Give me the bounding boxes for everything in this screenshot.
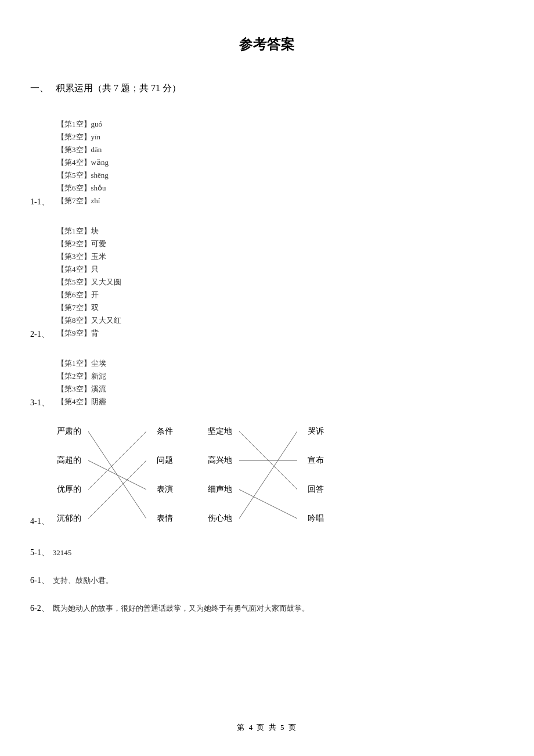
question-number: 1-1、 <box>30 197 49 207</box>
match-right-item: 条件 <box>157 426 173 437</box>
matching-lines-icon <box>239 426 297 524</box>
answer-item: 【第5空】shēng <box>57 169 504 182</box>
match-left-item: 严肃的 <box>57 426 81 437</box>
answer-text: 既为她动人的故事，很好的普通话鼓掌，又为她终于有勇气面对大家而鼓掌。 <box>53 603 309 614</box>
match-left-item: 细声地 <box>208 484 232 495</box>
answer-text: 支持、鼓励小君。 <box>53 575 113 586</box>
answer-item: 【第4空】阴霾 <box>57 395 504 408</box>
svg-line-3 <box>88 460 146 519</box>
question-number: 6-2、 <box>30 603 49 614</box>
svg-line-7 <box>239 431 297 519</box>
answer-item: 【第9空】背 <box>57 327 504 340</box>
matching-lines-icon <box>88 426 146 524</box>
page-footer: 第 4 页 共 5 页 <box>0 722 534 733</box>
match-right-item: 表演 <box>157 484 173 495</box>
answer-item: 【第8空】又大又红 <box>57 314 504 327</box>
match-right-item: 表情 <box>157 513 173 524</box>
question-number: 2-1、 <box>30 329 49 340</box>
question-number: 6-1、 <box>30 575 49 586</box>
answer-item: 【第6空】开 <box>57 289 504 301</box>
question-number: 5-1、 <box>30 548 49 558</box>
answer-item: 【第2空】可爱 <box>57 237 504 250</box>
question-5: 5-1、 32145 <box>30 548 504 558</box>
match-right-item: 问题 <box>157 455 173 466</box>
section-header: 一、 积累运用（共 7 题；共 71 分） <box>30 82 504 95</box>
answer-item: 【第7空】双 <box>57 301 504 314</box>
match-right-item: 哭诉 <box>308 426 324 437</box>
question-6-2: 6-2、 既为她动人的故事，很好的普通话鼓掌，又为她终于有勇气面对大家而鼓掌。 <box>30 603 504 614</box>
match-right-item: 吟唱 <box>308 513 324 524</box>
answer-item: 【第3空】溪流 <box>57 383 504 395</box>
match-left-item: 坚定地 <box>208 426 232 437</box>
match-right-item: 宣布 <box>308 455 324 466</box>
answer-item: 【第2空】新泥 <box>57 370 504 383</box>
match-left-item: 高超的 <box>57 455 81 466</box>
question-4: 严肃的 高超的 优厚的 沉郁的 条件 问题 表演 表情 坚定地 高兴地 <box>30 426 504 524</box>
match-right-item: 回答 <box>308 484 324 495</box>
matching-group-b: 坚定地 高兴地 细声地 伤心地 哭诉 宣布 回答 吟唱 <box>208 426 324 524</box>
answer-item: 【第6空】shǒu <box>57 182 504 195</box>
question-1: 【第1空】guó 【第2空】yīn 【第3空】dān 【第4空】wǎng 【第5… <box>30 118 504 207</box>
svg-line-2 <box>88 431 146 489</box>
answer-text: 32145 <box>53 548 72 557</box>
match-left-item: 高兴地 <box>208 455 232 466</box>
question-number: 4-1、 <box>30 516 49 527</box>
answer-item: 【第2空】yīn <box>57 131 504 143</box>
answer-item: 【第1空】guó <box>57 118 504 131</box>
section-label: 积累运用（共 7 题；共 71 分） <box>56 83 181 93</box>
question-6-1: 6-1、 支持、鼓励小君。 <box>30 575 504 586</box>
answer-item: 【第4空】wǎng <box>57 156 504 169</box>
match-left-item: 伤心地 <box>208 513 232 524</box>
answer-item: 【第3空】玉米 <box>57 250 504 263</box>
question-2: 【第1空】块 【第2空】可爱 【第3空】玉米 【第4空】只 【第5空】又大又圆 … <box>30 225 504 340</box>
question-number: 3-1、 <box>30 398 49 408</box>
answer-item: 【第5空】又大又圆 <box>57 276 504 289</box>
svg-line-1 <box>88 460 146 489</box>
answer-item: 【第4空】只 <box>57 263 504 276</box>
answer-item: 【第3空】dān <box>57 143 504 156</box>
page-title: 参考答案 <box>30 35 504 53</box>
svg-line-6 <box>239 489 297 519</box>
match-left-item: 优厚的 <box>57 484 81 495</box>
answer-item: 【第1空】块 <box>57 225 504 237</box>
match-left-item: 沉郁的 <box>57 513 81 524</box>
question-3: 【第1空】尘埃 【第2空】新泥 【第3空】溪流 【第4空】阴霾 3-1、 <box>30 357 504 408</box>
section-prefix: 一、 <box>30 83 49 93</box>
matching-group-a: 严肃的 高超的 优厚的 沉郁的 条件 问题 表演 表情 <box>57 426 173 524</box>
answer-item: 【第7空】zhí <box>57 195 504 207</box>
answer-item: 【第1空】尘埃 <box>57 357 504 370</box>
